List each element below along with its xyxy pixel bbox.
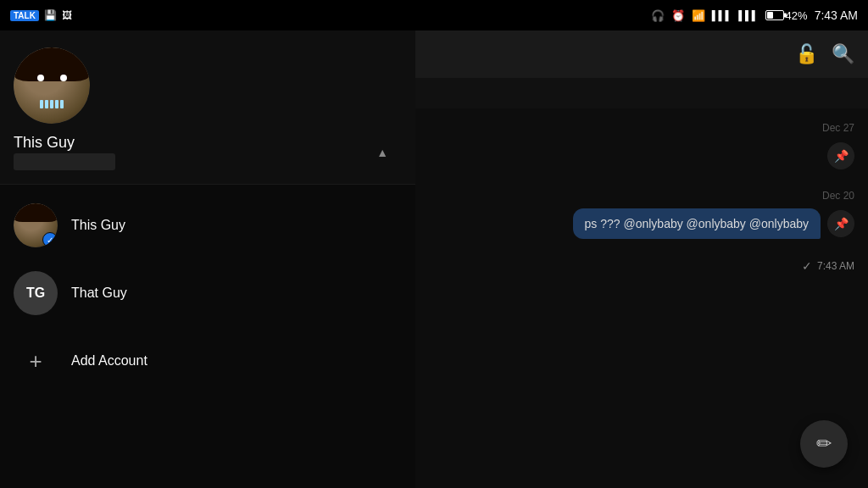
image-icon: 🖼: [62, 9, 72, 21]
account-avatar-this-guy: ✓: [14, 203, 58, 247]
search-icon[interactable]: 🔍: [832, 43, 854, 65]
compose-icon: ✏: [816, 433, 832, 455]
avatar-eye-right: [60, 75, 67, 81]
account-avatar-that-guy: TG: [14, 271, 58, 315]
account-list: ✓ This Guy TG That Guy + Add Account: [0, 184, 415, 402]
account-name-add: Add Account: [71, 353, 147, 369]
account-initials-that-guy: TG: [26, 286, 45, 301]
battery-icon: [765, 10, 784, 20]
account-hair-this-guy: [14, 203, 58, 222]
save-icon: 💾: [44, 9, 57, 21]
account-name-that-guy: That Guy: [71, 286, 127, 301]
status-bar: TALK 💾 🖼 🎧 ⏰ 📶 ▌▌▌ ▌▌▌ 42% 7:43 AM: [0, 0, 868, 30]
account-item-add[interactable]: + Add Account: [0, 327, 415, 395]
avatar-eye-left: [37, 75, 44, 81]
talk-icon: TALK: [10, 10, 39, 21]
active-check-badge: ✓: [42, 232, 58, 247]
add-account-plus-icon: +: [29, 348, 42, 374]
profile-name: This Guy: [14, 134, 402, 152]
avatar-mouth: [35, 100, 69, 112]
profile-header: This Guy ▲: [0, 30, 415, 184]
pin-button-1[interactable]: 📌: [827, 142, 854, 169]
account-item-that-guy[interactable]: TG That Guy: [0, 259, 415, 327]
collapse-arrow-icon[interactable]: ▲: [376, 146, 388, 159]
lock-icon[interactable]: 🔓: [795, 43, 818, 65]
avatar-face: [14, 47, 90, 124]
status-bar-left: TALK 💾 🖼: [10, 9, 72, 21]
battery-indicator: 42%: [765, 9, 808, 22]
status-time: 7:43 AM: [815, 8, 858, 22]
profile-status: [14, 153, 115, 170]
message-time: 7:43 AM: [817, 260, 854, 272]
signal1-icon: ▌▌▌: [712, 10, 732, 20]
signal2-icon: ▌▌▌: [738, 10, 758, 20]
headphone-icon: 🎧: [651, 9, 665, 22]
wifi-icon: 📶: [692, 9, 705, 22]
avatar-eyes: [14, 75, 90, 81]
battery-fill: [767, 12, 774, 19]
account-avatar-add: +: [14, 339, 58, 383]
compose-fab[interactable]: ✏: [800, 420, 848, 468]
status-bar-right: 🎧 ⏰ 📶 ▌▌▌ ▌▌▌ 42% 7:43 AM: [651, 8, 858, 22]
account-item-this-guy[interactable]: ✓ This Guy: [0, 191, 415, 259]
alarm-icon: ⏰: [671, 9, 685, 22]
pin-button-2[interactable]: 📌: [827, 210, 854, 237]
drawer: This Guy ▲ ✓ This Guy TG That Guy: [0, 30, 415, 488]
profile-avatar: [14, 47, 90, 124]
check-icon: ✓: [802, 259, 812, 273]
message-text-2: ps ??? @onlybaby @onlybaby @onlybaby: [585, 217, 809, 230]
battery-percent: 42%: [786, 9, 808, 22]
account-name-this-guy: This Guy: [71, 218, 125, 233]
message-bubble-2: ps ??? @onlybaby @onlybaby @onlybaby: [573, 208, 821, 239]
